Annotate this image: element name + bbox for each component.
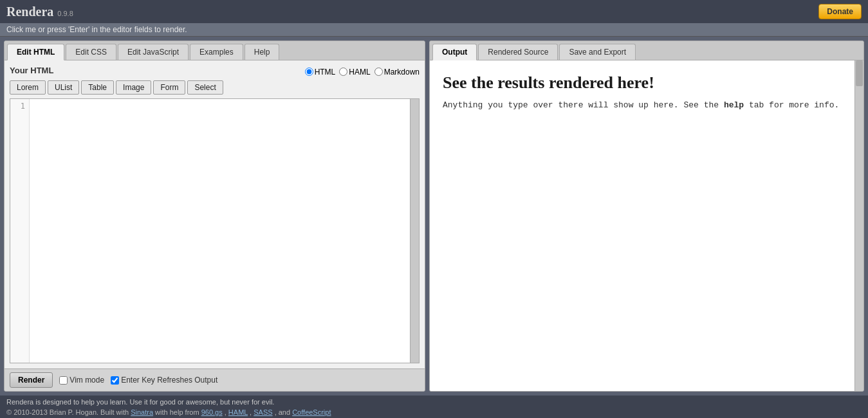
hint-bar: Click me or press 'Enter' in the editor … xyxy=(0,23,868,37)
header-left: Rendera 0.9.8 xyxy=(6,5,73,19)
output-desc-pre: Anything you type over there will show u… xyxy=(443,100,724,110)
render-button[interactable]: Render xyxy=(10,372,53,388)
footer-link-coffeescript[interactable]: CoffeeScript xyxy=(292,408,331,416)
tab-rendered-source[interactable]: Rendered Source xyxy=(478,44,558,60)
radio-haml-input[interactable] xyxy=(339,68,347,76)
output-panel: See the results rendered here! Anything … xyxy=(430,60,854,391)
snippet-ulist[interactable]: UList xyxy=(48,80,79,95)
footer-link-sass[interactable]: SASS xyxy=(254,408,272,416)
left-panel-content: Your HTML HTML HAML Markdown xyxy=(5,60,425,368)
vim-mode-checkbox[interactable] xyxy=(59,376,68,385)
vim-mode-text: Vim mode xyxy=(69,376,104,385)
snippet-lorem[interactable]: Lorem xyxy=(10,80,46,95)
enter-key-label[interactable]: Enter Key Refreshes Output xyxy=(111,376,217,385)
tab-help[interactable]: Help xyxy=(245,44,280,60)
tab-output[interactable]: Output xyxy=(432,44,477,60)
left-tab-bar: Edit HTML Edit CSS Edit JavaScript Examp… xyxy=(5,41,425,60)
radio-markdown-input[interactable] xyxy=(374,68,383,76)
editor-wrapper: 1 xyxy=(10,98,420,363)
radio-markdown-label: Markdown xyxy=(384,68,420,77)
footer-link-haml[interactable]: HAML xyxy=(228,408,248,416)
footer-with-help: with help from xyxy=(155,408,201,416)
output-desc-post: tab for more info. xyxy=(744,100,839,110)
right-panel-inner: Output Rendered Source Save and Export S… xyxy=(429,41,864,392)
snippet-image[interactable]: Image xyxy=(116,80,151,95)
footer-copyright: © 2010-2013 Brian P. Hogan. Built with S… xyxy=(6,408,862,416)
right-scroll-thumb xyxy=(856,60,863,86)
radio-html-input[interactable] xyxy=(305,68,313,76)
footer: Rendera is designed to help you learn. U… xyxy=(0,395,868,418)
output-description: Anything you type over there will show u… xyxy=(443,100,842,110)
app-title: Rendera xyxy=(6,5,53,19)
tab-save-export[interactable]: Save and Export xyxy=(559,44,636,60)
donate-button[interactable]: Donate xyxy=(818,4,862,19)
tab-edit-html[interactable]: Edit HTML xyxy=(7,44,64,60)
radio-html-label: HTML xyxy=(315,68,336,77)
html-label: Your HTML xyxy=(10,66,53,75)
radio-html[interactable]: HTML xyxy=(305,68,336,77)
enter-key-checkbox[interactable] xyxy=(111,376,119,385)
footer-and: , and xyxy=(275,408,293,416)
format-radio-group: HTML HAML Markdown xyxy=(305,68,420,77)
right-scrollbar[interactable] xyxy=(854,60,863,391)
enter-key-text: Enter Key Refreshes Output xyxy=(121,376,217,385)
right-content-area: See the results rendered here! Anything … xyxy=(430,60,863,391)
tab-edit-javascript[interactable]: Edit JavaScript xyxy=(118,44,189,60)
right-tab-bar: Output Rendered Source Save and Export xyxy=(430,41,863,60)
editor-scrollbar[interactable] xyxy=(410,99,419,363)
html-editor[interactable] xyxy=(30,99,410,363)
footer-link-sinatra[interactable]: Sinatra xyxy=(131,408,153,416)
app-version: 0.9.8 xyxy=(57,10,73,17)
footer-copyright-text: © 2010-2013 Brian P. Hogan. Built with xyxy=(6,408,131,416)
radio-haml-label: HAML xyxy=(349,68,370,77)
left-panel-inner: Edit HTML Edit CSS Edit JavaScript Examp… xyxy=(4,41,425,392)
radio-markdown[interactable]: Markdown xyxy=(374,68,420,77)
footer-tagline: Rendera is designed to help you learn. U… xyxy=(6,398,862,406)
snippet-select[interactable]: Select xyxy=(187,80,223,95)
left-panel: Edit HTML Edit CSS Edit JavaScript Examp… xyxy=(4,41,425,392)
snippet-buttons: Lorem UList Table Image Form Select xyxy=(10,80,420,95)
footer-link-960gs[interactable]: 960.gs xyxy=(201,408,223,416)
snippet-form[interactable]: Form xyxy=(153,80,185,95)
line-numbers: 1 xyxy=(10,99,30,363)
tab-examples[interactable]: Examples xyxy=(190,44,243,60)
right-panel: Output Rendered Source Save and Export S… xyxy=(429,41,864,392)
main-content: Edit HTML Edit CSS Edit JavaScript Examp… xyxy=(0,37,868,395)
radio-haml[interactable]: HAML xyxy=(339,68,370,77)
tab-edit-css[interactable]: Edit CSS xyxy=(66,44,116,60)
snippet-table[interactable]: Table xyxy=(81,80,114,95)
output-title: See the results rendered here! xyxy=(443,73,842,93)
app-header: Rendera 0.9.8 Donate xyxy=(0,0,868,23)
vim-mode-label[interactable]: Vim mode xyxy=(59,376,104,385)
html-label-row: Your HTML HTML HAML Markdown xyxy=(10,66,420,78)
bottom-toolbar: Render Vim mode Enter Key Refreshes Outp… xyxy=(5,368,425,391)
output-desc-bold: help xyxy=(724,100,744,110)
